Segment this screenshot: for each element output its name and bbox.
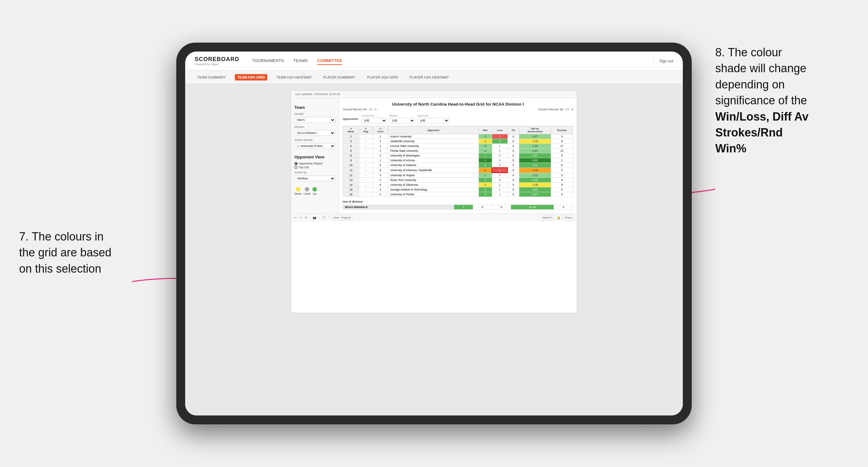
radio-opponents-played-dot (294, 162, 298, 165)
cell-opponent: University of Washington (388, 153, 479, 158)
undo-icon[interactable]: ↩ (294, 216, 297, 219)
table-row: 10-5University of Alabama3002.618 (343, 163, 573, 168)
ood-diff: 26.00 (511, 205, 554, 210)
cell-loss: 2 (492, 149, 507, 153)
colour-by-select[interactable]: Win/loss (294, 176, 335, 181)
cell-loss: 0 (492, 158, 507, 163)
th-opponent: Opponent (388, 126, 479, 134)
cell-conf: 1 (373, 134, 388, 139)
th-reg: #Reg (359, 126, 373, 134)
sign-out-button[interactable]: Sign out (654, 59, 673, 63)
subnav-player-summary[interactable]: PLAYER SUMMARY (320, 74, 358, 81)
subnav-team-h2h-grid[interactable]: TEAM H2H GRID (235, 74, 268, 81)
cell-reg: - (359, 139, 373, 144)
left-panel: Team Gender Men's Division NCAA Division… (291, 98, 339, 214)
out-of-division-table: NCAA Division II 1 0 0 26.00 3 (343, 205, 573, 210)
th-conf: #Conf (373, 126, 388, 134)
cell-loss: 0 (492, 163, 507, 168)
th-rounds: Rounds (551, 126, 573, 134)
cell-conf: 6 (373, 168, 388, 173)
ipad-frame: SCOREBOARD Powered by clippd TOURNAMENTS… (176, 43, 692, 424)
camera-icon[interactable]: 📷 (313, 216, 316, 219)
grid-panel: University of North Carolina Head-to-Hea… (339, 98, 577, 214)
radio-top100-dot (294, 166, 298, 169)
cell-rank: 15 (343, 187, 359, 192)
cell-opponent: University of Oklahoma (388, 183, 479, 187)
view-original-button[interactable]: View: Original (332, 215, 352, 220)
nav-committee[interactable]: COMMITTEE (317, 57, 342, 65)
cell-conf: 1 (373, 158, 388, 163)
subnav-team-summary[interactable]: TEAM SUMMARY (195, 74, 228, 81)
watch-button[interactable]: Watch ▾ (540, 215, 554, 220)
cell-opponent: Georgia Institute of Technology (388, 187, 479, 192)
out-of-division-header: Out of division (343, 200, 573, 203)
cell-reg: - (359, 187, 373, 192)
ood-division-label: NCAA Division II (343, 205, 454, 210)
region-filter-select[interactable]: (All) (390, 118, 415, 123)
cell-loss: 1 (492, 192, 507, 197)
gender-label: Gender (294, 112, 335, 116)
table-row: 9-1University of Arizona1009.002 (343, 158, 573, 163)
redo-icon[interactable]: ↪ (300, 216, 302, 219)
th-loss: Loss (492, 126, 507, 134)
cell-tie: 0 (507, 158, 519, 163)
cell-tie: 0 (507, 173, 519, 178)
ood-row: NCAA Division II 1 0 0 26.00 3 (343, 205, 573, 210)
cell-opponent: Vanderbilt University (388, 139, 479, 144)
cell-rounds: 9 (551, 134, 573, 139)
annotation-left: 7. The colours in the grid are based on … (19, 229, 111, 277)
opponent-filter-select[interactable]: (All) (417, 118, 449, 123)
conference-filter-select[interactable]: (All) (362, 118, 387, 123)
tableau-embed: Last Updated: 27/03/2024 16:55:38 Team G… (291, 90, 577, 313)
ipad-screen: SCOREBOARD Powered by clippd TOURNAMENTS… (185, 52, 683, 415)
division-select[interactable]: NCAA Division I (294, 130, 335, 136)
nav-items: TOURNAMENTS TEAMS COMMITTEE (252, 57, 654, 65)
share-button[interactable]: Share (563, 215, 574, 220)
cell-rounds: 2 (551, 158, 573, 163)
annotation-right: 8. The colour shade will change dependin… (715, 44, 849, 157)
nav-teams[interactable]: TEAMS (293, 57, 308, 65)
region-filter-group: Region (All) (390, 114, 415, 123)
cell-diff: 6.67 (519, 192, 551, 197)
cell-opponent: Florida State University (388, 149, 479, 153)
cell-tie: 0 (507, 192, 519, 197)
cell-reg: - (359, 144, 373, 149)
ood-rounds: 3 (554, 205, 573, 210)
alert-icon[interactable]: 🔔 (557, 216, 560, 219)
opponent-view-title: Opponent View (294, 155, 335, 159)
sub-nav: TEAM SUMMARY TEAM H2H GRID TEAM H2H HEAT… (185, 71, 683, 84)
cell-rank: 10 (343, 163, 359, 168)
cell-rounds: 9 (551, 187, 573, 192)
cell-win: 2 (478, 134, 492, 139)
cell-diff: 1.67 (519, 134, 551, 139)
division-record: Division Record: 88 - 17 - 0 (538, 108, 573, 111)
nav-tournaments[interactable]: TOURNAMENTS (252, 57, 284, 65)
refresh-icon[interactable]: ↺ (305, 216, 307, 219)
cell-win: 4 (478, 149, 492, 153)
division-label: Division (294, 125, 335, 128)
radio-opponents-played[interactable]: Opponents Played (294, 162, 335, 165)
colour-legend: Down Level Up (294, 187, 335, 195)
table-row: 8-2University of Washington1003.673 (343, 153, 573, 158)
table-row: 13-1Texas Tech University3005.569 (343, 178, 573, 183)
radio-top-100[interactable]: Top 100 (294, 166, 335, 169)
cell-tie: 0 (507, 168, 519, 173)
subnav-player-h2h-heatmap[interactable]: PLAYER H2H HEATMAP (407, 74, 451, 81)
cell-win: 1 (478, 158, 492, 163)
cell-rounds: 9 (551, 192, 573, 197)
table-row: 16-2University of Florida3106.679 (343, 192, 573, 197)
cell-loss: 1 (492, 183, 507, 187)
subnav-team-h2h-heatmap[interactable]: TEAM H2H HEATMAP (274, 74, 314, 81)
cell-conf: 2 (373, 149, 388, 153)
region-filter-label: Region (390, 114, 415, 117)
cell-tie: 0 (507, 163, 519, 168)
cell-opponent: University of Arkansas, Fayetteville (388, 168, 479, 173)
cell-rounds: 12 (551, 149, 573, 153)
gender-select[interactable]: Men's (294, 117, 335, 123)
cell-diff: 9.00 (519, 158, 551, 163)
overall-record: Overall Record: 89 - 17 - 0 (343, 108, 376, 111)
cell-diff: 3.67 (519, 153, 551, 158)
subnav-player-h2h-grid[interactable]: PLAYER H2H GRID (364, 74, 401, 81)
cell-diff: -2.29 (519, 139, 551, 144)
school-select[interactable]: 1. University of Nort... (294, 143, 335, 149)
